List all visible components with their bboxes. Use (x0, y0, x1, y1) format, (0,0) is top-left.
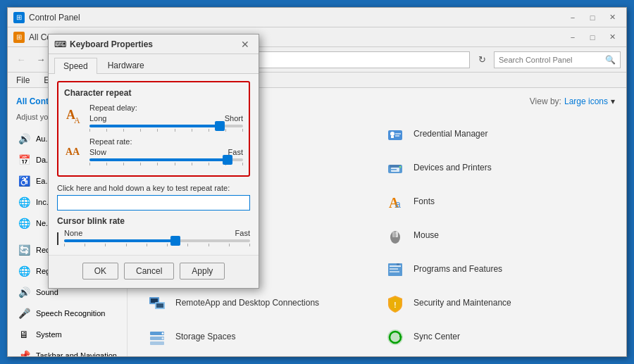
inner-maximize-btn[interactable]: □ (584, 30, 601, 44)
back-button[interactable]: ← (13, 52, 29, 68)
svg-rect-50 (150, 341, 164, 345)
network-icon: 🌐 (16, 215, 32, 231)
cursor-blink-thumb[interactable] (170, 236, 180, 246)
repeat-delay-right: Short (225, 114, 243, 123)
repeat-delay-thumb[interactable] (215, 121, 225, 131)
svg-rect-46 (156, 303, 163, 308)
cp-item-troubleshooting[interactable]: Troubleshooting (139, 354, 377, 356)
taskbar-icon: 📌 (16, 348, 32, 356)
cp-item-storage-spaces[interactable]: Storage Spaces (139, 320, 377, 354)
cp-item-fonts[interactable]: Aa Fonts (377, 185, 615, 219)
svg-rect-6 (395, 133, 401, 134)
svg-point-51 (162, 332, 164, 334)
tick (140, 163, 141, 165)
cp-item-remoteapp[interactable]: RemoteApp and Desktop Connections (139, 287, 377, 320)
cp-item-sync-center[interactable]: Sync Center (377, 320, 615, 354)
test-input[interactable] (57, 195, 250, 211)
system-icon: 🖥 (16, 327, 32, 342)
repeat-rate-labels: Repeat rate: (89, 137, 243, 146)
devices-printers-icon (384, 157, 406, 180)
outer-maximize-btn[interactable]: □ (584, 11, 601, 25)
svg-text:AA: AA (66, 146, 80, 157)
cursor-blink-range-labels: None Fast (64, 229, 250, 237)
repeat-rate-label: Repeat rate: (89, 137, 132, 146)
tick (147, 244, 147, 246)
tick (106, 163, 107, 165)
apply-button[interactable]: Apply (180, 263, 225, 280)
repeat-rate-track (89, 158, 243, 161)
sound-icon: 🔊 (16, 284, 32, 300)
cursor-blink-track (64, 239, 250, 242)
repeat-delay-fill (89, 125, 220, 127)
cursor-blink-indicator (57, 232, 58, 245)
sidebar-item-system[interactable]: 🖥 System (8, 324, 127, 345)
cancel-button[interactable]: Cancel (124, 263, 174, 280)
sync-center-icon (384, 326, 406, 349)
ease-icon: ♿ (16, 173, 32, 189)
audio-icon: 🔊 (16, 131, 32, 146)
tick (209, 129, 209, 132)
sidebar-item-taskbar[interactable]: 📌 Taskbar and Navigation (8, 345, 127, 356)
cp-item-credential-manager[interactable]: Credential Manager (377, 118, 615, 151)
ok-button[interactable]: OK (82, 263, 118, 280)
svg-point-52 (162, 337, 164, 339)
dialog-content: Character repeat A A Repeat delay: (49, 74, 259, 255)
tick (123, 129, 124, 132)
refresh-button[interactable]: ↻ (474, 52, 490, 68)
tab-speed[interactable]: Speed (54, 58, 97, 74)
cp-item-devices-printers[interactable]: Devices and Printers (377, 151, 615, 185)
cp-window-icon: ⊞ (13, 12, 25, 23)
credential-manager-label: Credential Manager (414, 129, 487, 140)
tick (187, 244, 188, 246)
repeat-rate-left: Slow (89, 148, 106, 156)
cp-item-user-accounts[interactable]: + User Accounts (377, 354, 615, 356)
repeat-rate-slider-section: Repeat rate: Slow Fast (89, 137, 243, 167)
file-menu[interactable]: File (13, 74, 32, 87)
tick (64, 244, 65, 246)
tick (249, 244, 250, 246)
view-by-label: View by: (530, 96, 561, 106)
cursor-blink-right: Fast (235, 229, 250, 237)
character-repeat-title: Character repeat (64, 88, 243, 98)
search-input[interactable] (499, 56, 602, 64)
sidebar-item-label-speech: Speech Recognition (36, 309, 105, 318)
tab-hardware[interactable]: Hardware (99, 57, 154, 73)
tick (85, 244, 85, 246)
devices-printers-label: Devices and Printers (414, 163, 492, 174)
mouse-label: Mouse (414, 230, 439, 241)
tick (89, 129, 90, 132)
search-icon: 🔍 (605, 55, 616, 65)
cp-item-security-maintenance[interactable]: ! Security and Maintenance (377, 287, 615, 320)
security-maintenance-label: Security and Maintenance (414, 298, 511, 309)
svg-rect-7 (395, 135, 399, 137)
svg-rect-16 (391, 169, 397, 170)
dialog-close-button[interactable]: ✕ (237, 37, 253, 51)
cp-item-programs-features[interactable]: Programs and Features (377, 253, 615, 287)
view-by-arrow-icon: ▾ (611, 96, 615, 106)
sidebar-item-speech[interactable]: 🎤 Speech Recognition (8, 303, 127, 324)
cursor-blink-ticks (64, 242, 250, 248)
inner-minimize-btn[interactable]: − (564, 30, 581, 44)
dialog-title-text: Keyboard Properties (70, 39, 237, 49)
outer-close-btn[interactable]: ✕ (604, 11, 621, 25)
cp-item-mouse[interactable]: Mouse (377, 219, 615, 253)
repeat-rate-fill (89, 158, 228, 161)
repeat-rate-row: AA Repeat rate: Slow Fast (64, 137, 243, 167)
tick (209, 244, 209, 246)
storage-spaces-icon (146, 326, 168, 349)
storage-spaces-label: Storage Spaces (175, 332, 235, 343)
cursor-blink-slider-section: None Fast (64, 229, 250, 248)
repeat-delay-labels: Repeat delay: (89, 103, 243, 112)
tick (140, 129, 141, 132)
programs-features-icon (384, 258, 406, 281)
inner-close-btn[interactable]: ✕ (604, 30, 621, 44)
svg-text:!: ! (394, 301, 396, 309)
view-by-value[interactable]: Large icons (564, 96, 608, 106)
forward-button[interactable]: → (33, 52, 49, 68)
svg-rect-42 (397, 263, 399, 265)
repeat-rate-thumb[interactable] (223, 155, 232, 165)
cursor-blink-fill (64, 239, 175, 242)
repeat-delay-track (89, 125, 243, 127)
tick (167, 244, 168, 246)
outer-minimize-btn[interactable]: − (564, 11, 581, 25)
